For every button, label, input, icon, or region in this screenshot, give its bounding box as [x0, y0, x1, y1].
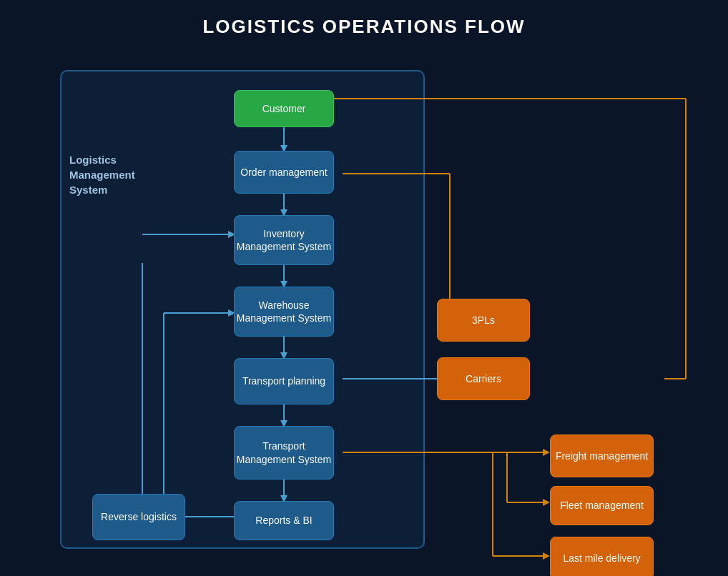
three-pls-node: 3PLs [437, 299, 530, 342]
lms-label: LogisticsManagementSystem [69, 152, 148, 197]
page-title: LOGISTICS OPERATIONS FLOW [202, 16, 525, 38]
diagram-container: LOGISTICS OPERATIONS FLOW LogisticsManag… [0, 0, 728, 576]
order-management-node: Order management [234, 151, 334, 194]
reports-bi-node: Reports & BI [234, 501, 334, 540]
freight-management-node: Freight management [550, 435, 654, 477]
svg-marker-22 [543, 499, 550, 506]
customer-node: Customer [234, 90, 334, 127]
transport-planning-node: Transport planning [234, 358, 334, 404]
flow-area: LogisticsManagementSystem [21, 49, 707, 570]
last-mile-delivery-node: Last mile delivery [550, 537, 654, 576]
inventory-management-node: Inventory Management System [234, 215, 334, 265]
warehouse-management-node: Warehouse Management System [234, 287, 334, 337]
fleet-management-node: Fleet management [550, 486, 654, 525]
transport-management-node: Transport Management System [234, 426, 334, 480]
carriers-node: Carriers [437, 357, 530, 400]
svg-marker-26 [543, 552, 550, 560]
svg-marker-18 [543, 449, 550, 456]
reverse-logistics-node: Reverse logistics [92, 494, 185, 540]
